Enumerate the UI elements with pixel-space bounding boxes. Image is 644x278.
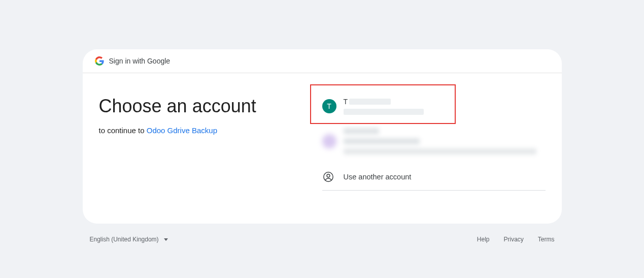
terms-link[interactable]: Terms [538,236,555,243]
privacy-link[interactable]: Privacy [503,236,523,243]
use-another-label: Use another account [344,173,412,181]
redacted-name [349,99,391,105]
header-brand-text: Sign in with Google [109,57,171,65]
account-name-first-char: T [344,98,348,106]
app-name-link[interactable]: Odoo Gdrive Backup [147,126,217,135]
avatar [322,134,336,148]
account-text [344,128,536,155]
redacted-email [344,109,424,115]
footer-links: Help Privacy Terms [477,236,555,243]
redacted-email [344,138,420,144]
chevron-down-icon [164,238,168,241]
account-option-1[interactable]: T T [322,91,546,121]
person-circle-icon [322,171,334,183]
redacted-detail [344,148,536,155]
footer: English (United Kingdom) Help Privacy Te… [83,236,562,243]
account-list: T T [322,91,546,194]
language-label: English (United Kingdom) [90,236,159,243]
account-text: T [344,98,424,115]
google-logo-icon [95,56,104,66]
left-panel: Choose an account to continue to Odoo Gd… [99,91,322,194]
subtitle-prefix: to continue to [99,126,147,135]
svg-point-1 [327,174,330,177]
use-another-account[interactable]: Use another account [322,164,546,191]
redacted-name [344,128,379,134]
card-body: Choose an account to continue to Odoo Gd… [83,73,562,224]
account-option-2[interactable] [322,121,546,164]
subtitle: to continue to Odoo Gdrive Backup [99,126,314,135]
account-name-row: T [344,98,424,106]
signin-card: Sign in with Google Choose an account to… [83,49,562,224]
avatar: T [322,99,336,113]
page-title: Choose an account [99,96,314,117]
help-link[interactable]: Help [477,236,490,243]
language-picker[interactable]: English (United Kingdom) [90,236,168,243]
avatar-letter: T [327,102,331,110]
card-header: Sign in with Google [83,49,562,73]
